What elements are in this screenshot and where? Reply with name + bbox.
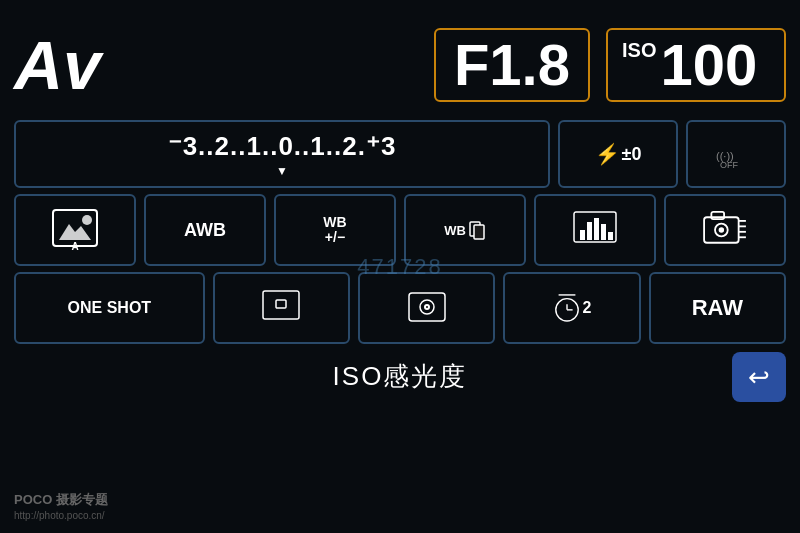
self-timer-box[interactable]: 2 [503, 272, 640, 344]
flash-compensation-box[interactable]: ⚡ ±0 [558, 120, 678, 188]
svg-marker-3 [59, 224, 91, 240]
one-shot-label: ONE SHOT [68, 299, 152, 317]
aperture-box[interactable]: F1.8 [434, 28, 590, 102]
liveview-icon [407, 289, 447, 327]
wifi-status: ((·)) OFF [714, 140, 758, 168]
exposure-scale-box[interactable]: ⁻3..2..1..0..1..2.⁺3 ▼ [14, 120, 550, 188]
camera-settings-box[interactable] [664, 194, 786, 266]
exposure-indicator: ▼ [276, 164, 288, 178]
raw-label: RAW [692, 295, 743, 321]
svg-rect-7 [474, 225, 484, 239]
iso-box[interactable]: ISO 100 [606, 28, 786, 102]
svg-text:OFF: OFF [720, 160, 738, 170]
af-mode-box[interactable]: ONE SHOT [14, 272, 205, 344]
image-format-box[interactable]: RAW [649, 272, 786, 344]
liveview-box[interactable] [358, 272, 495, 344]
af-point-box[interactable] [213, 272, 350, 344]
svg-rect-23 [276, 300, 286, 308]
svg-point-4 [82, 215, 92, 225]
wifi-box[interactable]: ((·)) OFF [686, 120, 786, 188]
scene-mode-box[interactable]: A [14, 194, 136, 266]
settings-row-1: A AWB WB +/− WB [14, 194, 786, 266]
histogram-icon [572, 210, 618, 250]
camera-screen: Av F1.8 ISO 100 ⁻3..2..1..0..1..2.⁺3 ▼ ⚡… [0, 0, 800, 533]
svg-rect-11 [594, 218, 599, 240]
svg-point-17 [719, 227, 724, 232]
awb-label: AWB [184, 220, 226, 241]
wb-adjust-box[interactable]: WB +/− [274, 194, 396, 266]
top-row: Av F1.8 ISO 100 [14, 10, 786, 120]
histogram-box[interactable] [534, 194, 656, 266]
white-balance-box[interactable]: AWB [144, 194, 266, 266]
settings-row-2: ONE SHOT [14, 272, 786, 344]
scene-icon: A [51, 208, 99, 252]
aperture-value: F1.8 [454, 32, 570, 97]
back-icon: ↩ [748, 362, 770, 393]
back-button[interactable]: ↩ [732, 352, 786, 402]
iso-prefix: ISO [622, 40, 656, 60]
poco-watermark: POCO 摄影专题 http://photo.poco.cn/ [14, 491, 108, 523]
wb-bracket-icon: WB [444, 220, 486, 240]
svg-rect-22 [263, 291, 299, 319]
svg-point-27 [426, 306, 428, 308]
shooting-mode-label: Av [14, 31, 101, 99]
bottom-label: ISO感光度 [333, 359, 468, 394]
svg-rect-12 [601, 224, 606, 240]
wifi-icon: ((·)) OFF [714, 140, 758, 168]
svg-rect-10 [587, 222, 592, 240]
bottom-bar: ISO感光度 ↩ [14, 350, 786, 402]
flash-icon: ⚡ [595, 142, 620, 166]
poco-logo: POCO 摄影专题 [14, 491, 108, 509]
poco-url: http://photo.poco.cn/ [14, 509, 108, 523]
exposure-scale-text: ⁻3..2..1..0..1..2.⁺3 [168, 131, 397, 162]
wb-adjust-icon: WB +/− [323, 215, 346, 246]
svg-rect-13 [608, 232, 613, 240]
af-point-icon [262, 290, 300, 326]
self-timer-icon: 2 [553, 290, 592, 326]
wb-bracket-box[interactable]: WB [404, 194, 526, 266]
svg-text:A: A [71, 241, 78, 252]
flash-label: ±0 [622, 144, 642, 165]
exposure-row: ⁻3..2..1..0..1..2.⁺3 ▼ ⚡ ±0 ((·)) OFF [14, 120, 786, 188]
svg-rect-9 [580, 230, 585, 240]
iso-value: 100 [660, 36, 757, 94]
camera-settings-icon [702, 210, 748, 250]
